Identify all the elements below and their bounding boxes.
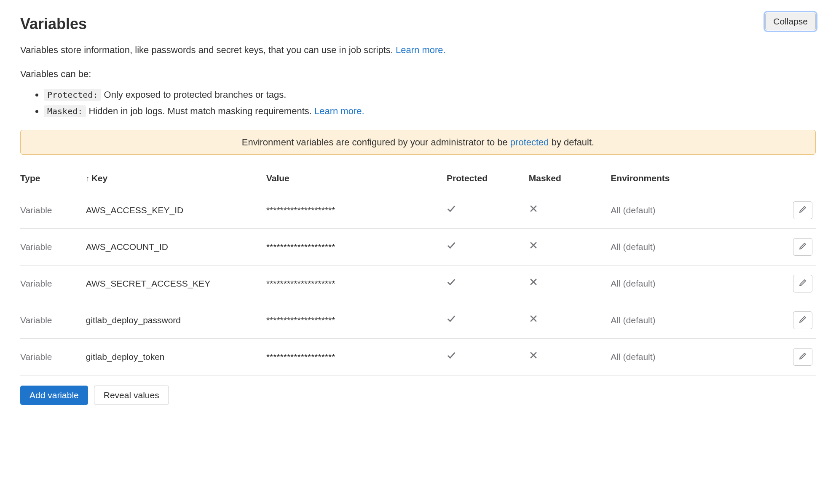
cell-type: Variable (20, 192, 86, 228)
cell-masked (529, 265, 611, 302)
pencil-icon (798, 279, 807, 288)
cell-key: AWS_SECRET_ACCESS_KEY (86, 265, 266, 302)
cell-environments: All (default) (611, 338, 774, 375)
cell-masked (529, 192, 611, 228)
cell-environments: All (default) (611, 302, 774, 338)
cell-key: gitlab_deploy_password (86, 302, 266, 338)
x-icon (529, 277, 538, 287)
variables-table: Type ↑Key Value Protected Masked Environ… (20, 166, 816, 375)
pencil-icon (798, 242, 807, 252)
x-icon (529, 314, 538, 323)
banner-prefix: Environment variables are configured by … (242, 137, 510, 147)
type-protected-item: Protected: Only exposed to protected bra… (44, 88, 816, 102)
cell-protected (447, 265, 529, 302)
cell-protected (447, 302, 529, 338)
cell-value: ******************** (266, 192, 447, 228)
pencil-icon (798, 315, 807, 325)
cell-masked (529, 228, 611, 265)
cell-type: Variable (20, 265, 86, 302)
pencil-icon (798, 205, 807, 215)
column-header-type[interactable]: Type (20, 166, 86, 192)
reveal-values-button[interactable]: Reveal values (94, 386, 169, 405)
types-intro: Variables can be: (20, 67, 816, 81)
check-icon (447, 241, 456, 250)
protected-text: Only exposed to protected branches or ta… (101, 89, 286, 100)
edit-variable-button[interactable] (793, 311, 812, 329)
description-text: Variables store information, like passwo… (20, 45, 396, 55)
learn-more-link[interactable]: Learn more. (396, 45, 446, 55)
cell-type: Variable (20, 338, 86, 375)
cell-masked (529, 338, 611, 375)
cell-environments: All (default) (611, 228, 774, 265)
variables-description: Variables store information, like passwo… (20, 43, 816, 57)
protected-tag: Protected: (44, 89, 101, 101)
cell-type: Variable (20, 302, 86, 338)
check-icon (447, 277, 456, 287)
cell-type: Variable (20, 228, 86, 265)
cell-value: ******************** (266, 265, 447, 302)
page-title: Variables (20, 13, 87, 35)
x-icon (529, 204, 538, 213)
masked-tag: Masked: (44, 105, 86, 117)
cell-value: ******************** (266, 302, 447, 338)
table-row: Variablegitlab_deploy_token*************… (20, 338, 816, 375)
masked-text: Hidden in job logs. Must match masking r… (86, 106, 314, 116)
cell-key: AWS_ACCOUNT_ID (86, 228, 266, 265)
table-row: Variablegitlab_deploy_password**********… (20, 302, 816, 338)
variable-types-list: Protected: Only exposed to protected bra… (20, 88, 816, 118)
cell-protected (447, 192, 529, 228)
cell-key: AWS_ACCESS_KEY_ID (86, 192, 266, 228)
cell-protected (447, 338, 529, 375)
add-variable-button[interactable]: Add variable (20, 386, 88, 405)
collapse-button[interactable]: Collapse (765, 13, 816, 30)
banner-protected-link[interactable]: protected (510, 137, 549, 147)
cell-environments: All (default) (611, 265, 774, 302)
column-header-key-label: Key (91, 173, 108, 183)
check-icon (447, 204, 456, 213)
cell-masked (529, 302, 611, 338)
pencil-icon (798, 352, 807, 362)
cell-environments: All (default) (611, 192, 774, 228)
edit-variable-button[interactable] (793, 275, 812, 292)
column-header-masked[interactable]: Masked (529, 166, 611, 192)
table-row: VariableAWS_ACCESS_KEY_ID***************… (20, 192, 816, 228)
banner-suffix: by default. (549, 137, 595, 147)
check-icon (447, 314, 456, 323)
column-header-actions (775, 166, 816, 192)
column-header-key[interactable]: ↑Key (86, 166, 266, 192)
info-banner: Environment variables are configured by … (20, 130, 816, 155)
table-row: VariableAWS_ACCOUNT_ID******************… (20, 228, 816, 265)
column-header-environments[interactable]: Environments (611, 166, 774, 192)
edit-variable-button[interactable] (793, 348, 812, 366)
column-header-value[interactable]: Value (266, 166, 447, 192)
masked-learn-more-link[interactable]: Learn more. (314, 106, 364, 116)
x-icon (529, 241, 538, 250)
x-icon (529, 351, 538, 360)
sort-ascending-icon: ↑ (86, 174, 90, 183)
check-icon (447, 351, 456, 360)
cell-value: ******************** (266, 228, 447, 265)
edit-variable-button[interactable] (793, 201, 812, 219)
cell-value: ******************** (266, 338, 447, 375)
cell-protected (447, 228, 529, 265)
edit-variable-button[interactable] (793, 238, 812, 256)
table-row: VariableAWS_SECRET_ACCESS_KEY***********… (20, 265, 816, 302)
column-header-protected[interactable]: Protected (447, 166, 529, 192)
type-masked-item: Masked: Hidden in job logs. Must match m… (44, 104, 816, 118)
cell-key: gitlab_deploy_token (86, 338, 266, 375)
